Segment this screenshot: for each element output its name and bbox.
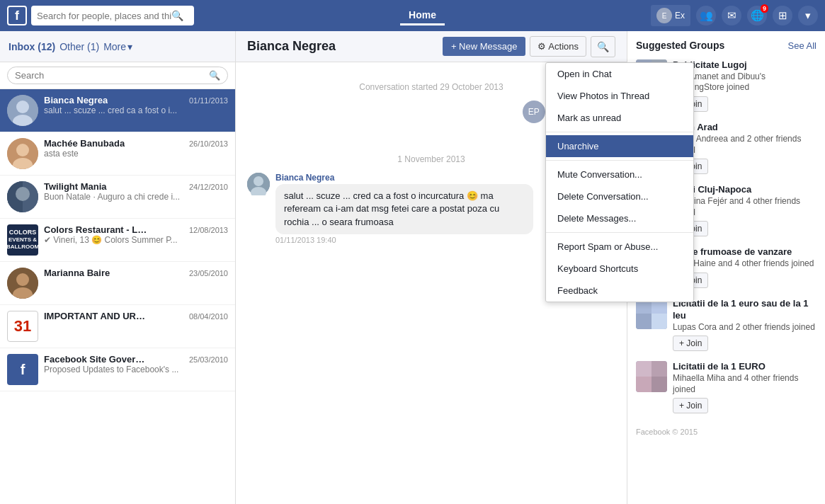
right-panel-header: Suggested Groups See All xyxy=(636,40,817,51)
dropdown-item-unarchive[interactable]: Unarchive xyxy=(546,135,693,157)
group-desc: Krisztina Fejér and 4 other friends join… xyxy=(673,196,817,218)
group-info: Licitatii de la 1 euro sau de la 1 leu L… xyxy=(673,298,817,351)
friends-icon-btn[interactable]: 👥 xyxy=(696,6,716,25)
actions-dropdown: Open in Chat View Photos in Thread Mark … xyxy=(545,62,694,302)
header-actions: + New Message ⚙ Actions 🔍 xyxy=(443,36,615,57)
group-name: Publicitate Lugoj xyxy=(673,59,817,71)
dropdown-divider xyxy=(546,132,693,132)
global-search-input[interactable] xyxy=(37,11,171,21)
chat-title: Bianca Negrea xyxy=(247,39,336,54)
group-desc: Mina Haine and 4 other friends joined xyxy=(673,258,817,270)
message-list: Bianca Negrea 01/11/2013 salut ... scuze… xyxy=(0,89,235,504)
message-preview: Buon Natale · Auguro a chi crede i... xyxy=(44,192,228,202)
see-all-link[interactable]: See All xyxy=(788,40,817,51)
actions-button[interactable]: ⚙ Actions xyxy=(530,36,586,57)
inbox-tab[interactable]: Inbox (12) xyxy=(8,41,55,52)
message-search-input[interactable] xyxy=(15,70,209,81)
dropdown-divider xyxy=(546,232,693,233)
join-button[interactable]: + Join xyxy=(673,398,708,413)
user-avatar-tiny: E xyxy=(656,8,672,23)
message-search-wrap[interactable]: 🔍 xyxy=(7,67,228,84)
svg-point-1 xyxy=(16,101,29,113)
bubble-avatar: EP xyxy=(523,101,545,123)
message-sender-name: Twilight Mania xyxy=(44,181,107,192)
right-panel-footer: Facebook © 2015 xyxy=(636,428,817,436)
message-search-icon: 🔍 xyxy=(209,70,220,81)
list-item[interactable]: COLORSEVENTS &BALLROOM Colors Restaurant… xyxy=(0,219,235,262)
group-name: Licitatii de la 1 EURO xyxy=(673,361,817,373)
nav-right: E Ex 👥 ✉ 🌐 9 ⊞ ▾ xyxy=(651,5,818,26)
message-sender-name: Colors Restaurant - Lou... xyxy=(44,224,150,235)
avatar xyxy=(7,138,38,169)
message-date: 24/12/2010 xyxy=(189,183,228,191)
dropdown-item-view-photos[interactable]: View Photos in Thread xyxy=(546,85,693,107)
message-bubble-wrap: Bianca Negrea salut ... scuze ... cred c… xyxy=(275,173,533,244)
dropdown-item-keyboard[interactable]: Keyboard Shortcuts xyxy=(546,258,693,280)
list-item[interactable]: Twilight Mania 24/12/2010 Buon Natale · … xyxy=(0,176,235,219)
user-name-label: Ex xyxy=(675,11,685,21)
messages-icon-btn[interactable]: ✉ xyxy=(722,6,741,25)
list-item[interactable]: 31 IMPORTANT AND URGENT ... 08/04/2010 xyxy=(0,305,235,348)
group-desc: Lupas Cora and 2 other friends joined xyxy=(673,322,817,333)
facebook-logo: f xyxy=(7,6,27,25)
message-content: Colors Restaurant - Lou... 12/08/2013 ✔ … xyxy=(44,224,228,245)
global-search-bar[interactable]: 🔍 xyxy=(31,6,194,25)
dropdown-item-report-spam[interactable]: Report Spam or Abuse... xyxy=(546,236,693,258)
group-avatar xyxy=(636,361,667,392)
group-name: Caini Cluj-Napoca xyxy=(673,184,817,196)
bubble-avatar xyxy=(247,173,270,195)
dropdown-icon-btn[interactable]: ▾ xyxy=(798,6,818,25)
more-btn[interactable]: More ▾ xyxy=(103,41,132,52)
list-item[interactable]: Bianca Negrea 01/11/2013 salut ... scuze… xyxy=(0,89,235,132)
dropdown-item-mark-unread[interactable]: Mark as unread xyxy=(546,107,693,129)
list-item[interactable]: Marianna Baire 23/05/2010 xyxy=(0,262,235,305)
message-date: 01/11/2013 xyxy=(189,96,228,105)
dropdown-item-mute[interactable]: Mute Conversation... xyxy=(546,164,693,185)
join-button[interactable]: + Join xyxy=(673,336,708,351)
search-chat-button[interactable]: 🔍 xyxy=(591,36,615,57)
nav-center: Home xyxy=(194,6,651,25)
globe-icon-btn[interactable]: 🌐 9 xyxy=(747,6,767,25)
dropdown-item-delete-conv[interactable]: Delete Conversation... xyxy=(546,185,693,207)
avatar xyxy=(7,95,38,126)
svg-point-13 xyxy=(254,176,263,186)
list-item[interactable]: f Facebook Site Governa... 25/03/2010 Pr… xyxy=(0,348,235,391)
new-message-button[interactable]: + New Message xyxy=(443,37,526,56)
avatar: COLORSEVENTS &BALLROOM xyxy=(7,224,38,256)
message-sender-name: Marianna Baire xyxy=(44,268,110,278)
group-item: Licitatii de la 1 euro sau de la 1 leu L… xyxy=(636,298,817,351)
avatar: 31 xyxy=(7,311,38,342)
group-info: Licitatii de la 1 EURO Mihaella Miha and… xyxy=(673,361,817,413)
dropdown-item-open-chat[interactable]: Open in Chat xyxy=(546,63,693,85)
list-item[interactable]: Machée Banubada 26/10/2013 asta este xyxy=(0,132,235,176)
main-layout: Inbox (12) Other (1) More ▾ 🔍 xyxy=(0,31,825,504)
grid-icon-btn[interactable]: ⊞ xyxy=(773,6,792,25)
group-name: Licitatii de la 1 euro sau de la 1 leu xyxy=(673,298,817,322)
other-tab[interactable]: Other (1) xyxy=(59,41,99,52)
message-search-bar: 🔍 xyxy=(0,62,235,89)
suggested-groups-title: Suggested Groups xyxy=(636,40,724,51)
group-desc: Maria Andreea and 2 other friends joined xyxy=(673,134,817,156)
message-content: Machée Banubada 26/10/2013 asta este xyxy=(44,138,228,159)
dropdown-item-delete-msg[interactable]: Delete Messages... xyxy=(546,207,693,229)
user-chip[interactable]: E Ex xyxy=(651,5,690,26)
group-info: Ieftin Arad Maria Andreea and 2 other fr… xyxy=(673,122,817,174)
message-sender-name: Bianca Negrea xyxy=(44,95,108,105)
group-info: Caini Cluj-Napoca Krisztina Fejér and 4 … xyxy=(673,184,817,236)
message-date: 12/08/2013 xyxy=(189,226,228,234)
dropdown-divider xyxy=(546,160,693,161)
message-content: Facebook Site Governa... 25/03/2010 Prop… xyxy=(44,354,228,374)
dropdown-item-feedback[interactable]: Feedback xyxy=(546,280,693,302)
message-content: Bianca Negrea 01/11/2013 salut ... scuze… xyxy=(44,95,228,115)
nav-home-link[interactable]: Home xyxy=(400,6,445,25)
chat-header: Bianca Negrea + New Message ⚙ Actions 🔍 xyxy=(236,31,627,62)
message-preview: asta este xyxy=(44,149,228,159)
group-name: Haine frumoase de vanzare xyxy=(673,246,817,258)
global-search-icon[interactable]: 🔍 xyxy=(171,10,183,21)
message-date: 23/05/2010 xyxy=(189,269,228,277)
message-content: IMPORTANT AND URGENT ... 08/04/2010 xyxy=(44,311,228,321)
message-date: 08/04/2010 xyxy=(189,312,228,321)
avatar: f xyxy=(7,354,38,385)
group-info: Publicitate Lugoj Bsg Amanet and Dibuu's… xyxy=(673,59,817,112)
message-sender-name: Machée Banubada xyxy=(44,138,125,149)
